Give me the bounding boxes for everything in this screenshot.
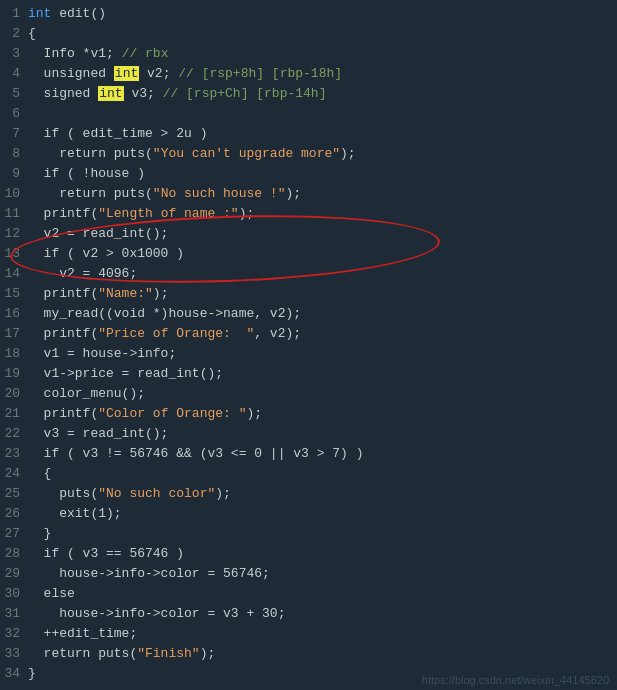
code-line: 2{ [0,24,617,44]
line-content: puts("No such color"); [28,484,231,504]
line-content: v2 = read_int(); [28,224,168,244]
code-line: 15 printf("Name:"); [0,284,617,304]
token: printf( [28,326,98,341]
token: v2 = 4096; [28,266,137,281]
code-line: 10 return puts("No such house !"); [0,184,617,204]
token: "Price of Orange: " [98,326,254,341]
line-number: 6 [0,104,28,124]
token: unsigned [28,66,114,81]
line-number: 4 [0,64,28,84]
line-content: printf("Price of Orange: ", v2); [28,324,301,344]
code-line: 11 printf("Length of name :"); [0,204,617,224]
token: ); [215,486,231,501]
line-content: if ( v3 == 56746 ) [28,544,184,564]
line-number: 1 [0,4,28,24]
line-number: 2 [0,24,28,44]
token: printf( [28,286,98,301]
line-content: signed int v3; // [rsp+Ch] [rbp-14h] [28,84,326,104]
code-line: 14 v2 = 4096; [0,264,617,284]
line-number: 14 [0,264,28,284]
token: ); [153,286,169,301]
token: v2; [139,66,178,81]
code-line: 27 } [0,524,617,544]
code-line: 29 house->info->color = 56746; [0,564,617,584]
token: return puts( [28,146,153,161]
line-content: if ( !house ) [28,164,145,184]
line-content: printf("Color of Orange: "); [28,404,262,424]
line-content: v2 = 4096; [28,264,137,284]
token: "No such color" [98,486,215,501]
line-content: Info *v1; // rbx [28,44,168,64]
token: "Length of name :" [98,206,238,221]
line-number: 17 [0,324,28,344]
token: if ( v3 != 56746 && (v3 <= 0 || v3 > 7) … [28,446,363,461]
token: return puts( [28,186,153,201]
token: "You can't upgrade more" [153,146,340,161]
code-line: 1int edit() [0,4,617,24]
token: "No such house !" [153,186,286,201]
line-number: 11 [0,204,28,224]
token: ); [200,646,216,661]
token: , v2); [254,326,301,341]
code-line: 22 v3 = read_int(); [0,424,617,444]
token: exit(1); [28,506,122,521]
token: color_menu(); [28,386,145,401]
code-line: 13 if ( v2 > 0x1000 ) [0,244,617,264]
token: edit() [51,6,106,21]
line-number: 31 [0,604,28,624]
line-number: 24 [0,464,28,484]
code-line: 32 ++edit_time; [0,624,617,644]
code-line: 31 house->info->color = v3 + 30; [0,604,617,624]
line-content: house->info->color = 56746; [28,564,270,584]
line-number: 18 [0,344,28,364]
code-line: 23 if ( v3 != 56746 && (v3 <= 0 || v3 > … [0,444,617,464]
line-number: 13 [0,244,28,264]
line-number: 5 [0,84,28,104]
token: { [28,466,51,481]
token: my_read((void *)house->name, v2); [28,306,301,321]
token: printf( [28,206,98,221]
token: v3 = read_int(); [28,426,168,441]
line-number: 15 [0,284,28,304]
line-content: return puts("No such house !"); [28,184,301,204]
code-line: 9 if ( !house ) [0,164,617,184]
line-content: { [28,464,51,484]
line-number: 27 [0,524,28,544]
token: ++edit_time; [28,626,137,641]
line-number: 33 [0,644,28,664]
code-line: 3 Info *v1; // rbx [0,44,617,64]
token: ); [239,206,255,221]
code-line: 12 v2 = read_int(); [0,224,617,244]
token: printf( [28,406,98,421]
line-number: 23 [0,444,28,464]
code-line: 17 printf("Price of Orange: ", v2); [0,324,617,344]
line-content: } [28,524,51,544]
token: "Color of Orange: " [98,406,246,421]
code-line: 4 unsigned int v2; // [rsp+8h] [rbp-18h] [0,64,617,84]
line-number: 21 [0,404,28,424]
code-line: 16 my_read((void *)house->name, v2); [0,304,617,324]
line-number: 19 [0,364,28,384]
token: house->info->color = 56746; [28,566,270,581]
token: if ( edit_time > 2u ) [28,126,207,141]
token: if ( v3 == 56746 ) [28,546,184,561]
line-content: } [28,664,36,684]
code-line: 25 puts("No such color"); [0,484,617,504]
token: else [28,586,75,601]
token: signed [28,86,98,101]
line-number: 34 [0,664,28,684]
line-number: 22 [0,424,28,444]
code-line: 7 if ( edit_time > 2u ) [0,124,617,144]
token: ); [285,186,301,201]
token: int [98,86,123,101]
code-line: 24 { [0,464,617,484]
token: } [28,526,51,541]
line-number: 28 [0,544,28,564]
token: "Name:" [98,286,153,301]
code-line: 28 if ( v3 == 56746 ) [0,544,617,564]
code-line: 8 return puts("You can't upgrade more"); [0,144,617,164]
line-content: { [28,24,36,44]
token: int [28,6,51,21]
line-content: color_menu(); [28,384,145,404]
line-number: 3 [0,44,28,64]
